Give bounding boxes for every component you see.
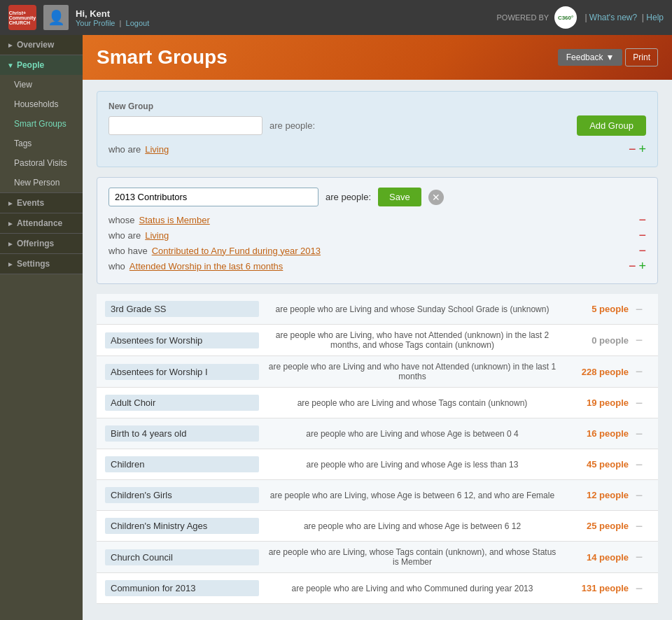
are-people-label: are people: bbox=[270, 120, 315, 131]
group-description: are people who are Living and whose Age … bbox=[259, 521, 566, 531]
chevron-right-icon-events: ► bbox=[7, 199, 14, 207]
sidebar-item-people[interactable]: ▼ People bbox=[0, 55, 83, 75]
group-remove[interactable]: − bbox=[629, 489, 650, 502]
group-name[interactable]: Church Council bbox=[105, 549, 259, 565]
editing-condition-link-1[interactable]: Status is Member bbox=[139, 215, 210, 225]
remove-group-button[interactable]: − bbox=[636, 396, 643, 410]
layout: ► Overview ▼ People View Households Smar… bbox=[0, 35, 672, 620]
condition-living-link[interactable]: Living bbox=[145, 144, 169, 155]
group-count: 14 people bbox=[566, 552, 629, 563]
remove-group-button[interactable]: − bbox=[636, 302, 643, 316]
save-group-button[interactable]: Save bbox=[378, 188, 421, 206]
logout-link[interactable]: Logout bbox=[126, 19, 150, 27]
main-content: Smart Groups Feedback ▼ Print New Group … bbox=[83, 35, 672, 620]
group-description: are people who are Living, who have not … bbox=[259, 330, 566, 350]
chevron-right-icon-attendance: ► bbox=[7, 220, 14, 227]
group-count: 45 people bbox=[566, 459, 629, 470]
header-nav-links: | What's new? | Help bbox=[582, 13, 664, 22]
group-remove[interactable]: − bbox=[629, 397, 650, 409]
sidebar-item-tags[interactable]: Tags bbox=[7, 134, 83, 153]
group-remove[interactable]: − bbox=[629, 334, 650, 346]
feedback-button[interactable]: Feedback ▼ bbox=[558, 49, 623, 66]
content-area: New Group are people: Add Group who are … bbox=[83, 80, 672, 620]
remove-group-button[interactable]: − bbox=[636, 488, 643, 502]
group-count: 131 people bbox=[566, 583, 629, 593]
sidebar-item-new-person[interactable]: New Person bbox=[7, 173, 83, 192]
sidebar-item-households[interactable]: Households bbox=[7, 94, 83, 114]
add-condition-4-button[interactable]: + bbox=[638, 260, 646, 272]
group-count: 5 people bbox=[566, 304, 629, 314]
sidebar-item-offerings[interactable]: ► Offerings bbox=[0, 234, 83, 253]
group-count: 12 people bbox=[566, 490, 629, 500]
editing-condition-link-3[interactable]: Contributed to Any Fund during year 2013 bbox=[152, 246, 321, 256]
table-row: Communion for 2013 are people who are Li… bbox=[97, 573, 658, 604]
remove-group-button[interactable]: − bbox=[636, 427, 643, 441]
editing-condition-4: who Attended Worship in the last 6 month… bbox=[108, 258, 646, 274]
remove-condition-4-button[interactable]: − bbox=[629, 260, 636, 272]
group-remove[interactable]: − bbox=[629, 303, 650, 316]
editing-condition-link-4[interactable]: Attended Worship in the last 6 months bbox=[130, 261, 283, 272]
remove-group-button[interactable]: − bbox=[636, 550, 643, 564]
help-link[interactable]: Help bbox=[646, 13, 664, 22]
sidebar-events-section: ► Events bbox=[0, 193, 83, 213]
print-button[interactable]: Print bbox=[625, 48, 658, 66]
group-name[interactable]: Children bbox=[105, 456, 259, 472]
remove-condition-1-button[interactable]: − bbox=[638, 213, 646, 226]
close-editing-button[interactable]: ✕ bbox=[428, 190, 444, 205]
new-group-input[interactable] bbox=[108, 116, 262, 135]
editing-condition-link-2[interactable]: Living bbox=[145, 230, 169, 241]
group-remove[interactable]: − bbox=[629, 428, 650, 440]
group-name[interactable]: Children's Girls bbox=[105, 487, 259, 503]
sidebar-item-settings[interactable]: ► Settings bbox=[0, 254, 83, 274]
group-remove[interactable]: − bbox=[629, 582, 650, 595]
remove-group-button[interactable]: − bbox=[636, 519, 643, 533]
remove-group-button[interactable]: − bbox=[636, 365, 643, 379]
group-remove[interactable]: − bbox=[629, 551, 650, 563]
remove-condition-2-button[interactable]: − bbox=[638, 229, 646, 241]
sidebar-item-view[interactable]: View bbox=[7, 75, 83, 94]
sidebar-item-attendance[interactable]: ► Attendance bbox=[0, 213, 83, 233]
editing-are-people-label: are people: bbox=[326, 192, 371, 202]
group-name[interactable]: Absentees for Worship I bbox=[105, 364, 259, 380]
sidebar-item-smart-groups[interactable]: Smart Groups bbox=[7, 114, 83, 134]
remove-condition-3-button[interactable]: − bbox=[638, 244, 646, 257]
group-remove[interactable]: − bbox=[629, 520, 650, 533]
group-name[interactable]: 3rd Grade SS bbox=[105, 301, 259, 317]
remove-group-button[interactable]: − bbox=[636, 582, 643, 596]
group-name[interactable]: Communion for 2013 bbox=[105, 580, 259, 596]
group-name[interactable]: Birth to 4 years old bbox=[105, 425, 259, 442]
add-group-button[interactable]: Add Group bbox=[577, 115, 646, 136]
group-remove[interactable]: − bbox=[629, 365, 650, 378]
group-remove[interactable]: − bbox=[629, 458, 650, 471]
table-row: Absentees for Worship I are people who a… bbox=[97, 356, 658, 388]
remove-group-button[interactable]: − bbox=[636, 333, 643, 347]
table-row: Birth to 4 years old are people who are … bbox=[97, 418, 658, 449]
whats-new-link[interactable]: What's new? bbox=[589, 13, 637, 22]
new-group-box: New Group are people: Add Group who are … bbox=[97, 91, 658, 167]
profile-link[interactable]: Your Profile bbox=[76, 19, 115, 27]
sidebar-item-overview[interactable]: ► Overview bbox=[0, 35, 83, 55]
group-description: are people who are Living and whose Age … bbox=[259, 429, 566, 439]
table-row: Children's Ministry Ages are people who … bbox=[97, 511, 658, 542]
group-count: 16 people bbox=[566, 428, 629, 439]
group-count: 19 people bbox=[566, 397, 629, 408]
church360-logo: C360° bbox=[554, 6, 577, 29]
table-row: Church Council are people who are Living… bbox=[97, 542, 658, 573]
remove-group-button[interactable]: − bbox=[636, 458, 643, 472]
new-group-condition-row: who are Living − + bbox=[108, 141, 646, 157]
table-row: Children's Girls are people who are Livi… bbox=[97, 480, 658, 511]
group-description: are people who are Living and whose Age … bbox=[259, 460, 566, 470]
group-count: 228 people bbox=[566, 367, 629, 377]
group-name[interactable]: Absentees for Worship bbox=[105, 332, 259, 348]
group-description: are people who are Living and who Commun… bbox=[259, 584, 566, 593]
sidebar: ► Overview ▼ People View Households Smar… bbox=[0, 35, 83, 620]
group-name[interactable]: Adult Choir bbox=[105, 395, 259, 411]
sidebar-item-events[interactable]: ► Events bbox=[0, 193, 83, 213]
sidebar-offerings-section: ► Offerings bbox=[0, 234, 83, 254]
add-condition-button[interactable]: + bbox=[638, 143, 646, 155]
sidebar-item-pastoral-visits[interactable]: Pastoral Visits bbox=[7, 153, 83, 173]
group-name[interactable]: Children's Ministry Ages bbox=[105, 518, 259, 534]
editing-group-name-input[interactable] bbox=[108, 188, 318, 206]
remove-condition-button[interactable]: − bbox=[629, 143, 636, 155]
sidebar-attendance-section: ► Attendance bbox=[0, 213, 83, 234]
